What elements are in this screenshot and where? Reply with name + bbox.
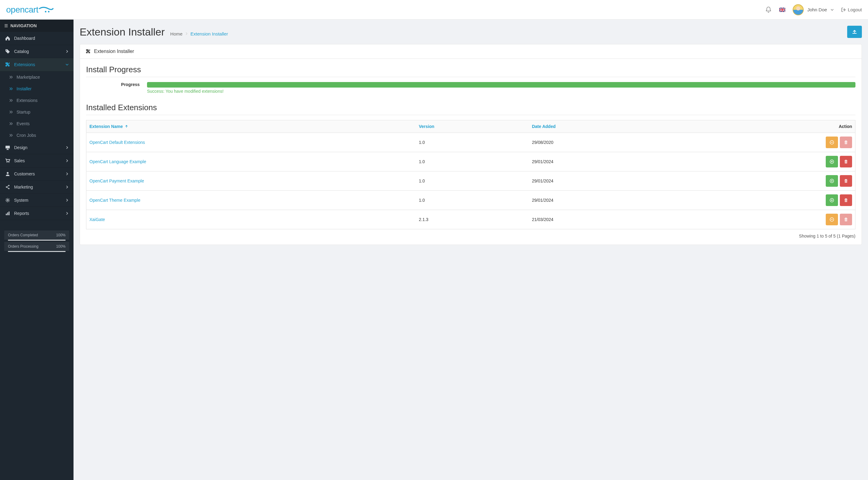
breadcrumb: Home Extension Installer <box>170 31 228 36</box>
double-chevron-icon <box>9 87 13 90</box>
logo-text: opencart <box>6 5 38 15</box>
puzzle-icon <box>86 49 91 54</box>
nav-item-customers[interactable]: Customers <box>0 167 73 181</box>
user-icon <box>5 171 10 177</box>
upload-button[interactable] <box>847 26 862 38</box>
nav-item-dashboard[interactable]: Dashboard <box>0 32 73 45</box>
nav-subitem-events[interactable]: Events <box>0 118 73 129</box>
double-chevron-icon <box>9 134 13 137</box>
cell-version: 1.0 <box>416 171 529 191</box>
install-button[interactable] <box>826 156 838 167</box>
logout-label: Logout <box>848 7 862 12</box>
nav-item-sales[interactable]: Sales <box>0 154 73 167</box>
progress-heading: Install Progress <box>86 65 856 77</box>
progress-label: Progress <box>86 82 140 87</box>
cell-name: XaiGate <box>86 210 416 229</box>
nav-subitem-marketplace[interactable]: Marketplace <box>0 71 73 83</box>
sidebar-stats: Orders Completed100%Orders Processing100… <box>0 226 73 257</box>
logo-cart-icon <box>39 7 54 13</box>
uninstall-button[interactable] <box>826 136 838 148</box>
nav-sublabel: Installer <box>17 86 32 91</box>
page-title: Extension Installer <box>80 26 165 38</box>
plus-circle-icon <box>830 198 834 202</box>
nav-item-system[interactable]: System <box>0 194 73 207</box>
panel-title: Extension Installer <box>94 49 134 54</box>
delete-button[interactable] <box>840 194 852 206</box>
svg-rect-14 <box>6 214 7 215</box>
panel-header: Extension Installer <box>80 44 862 59</box>
cell-version: 1.0 <box>416 191 529 210</box>
nav-subitem-extensions[interactable]: Extensions <box>0 95 73 106</box>
nav-item-reports[interactable]: Reports <box>0 207 73 220</box>
delete-button[interactable] <box>840 175 852 187</box>
avatar <box>793 4 804 15</box>
notifications-button[interactable] <box>765 6 772 13</box>
breadcrumb-home[interactable]: Home <box>170 31 183 36</box>
svg-point-3 <box>6 50 7 51</box>
cell-date: 29/01/2024 <box>529 152 685 171</box>
svg-rect-5 <box>7 149 8 149</box>
nav-subitem-startup[interactable]: Startup <box>0 106 73 118</box>
trash-icon <box>844 179 848 183</box>
upload-icon <box>852 29 857 35</box>
install-button[interactable] <box>826 175 838 187</box>
cell-name: OpenCart Theme Example <box>86 191 416 210</box>
chevron-right-icon <box>66 172 69 175</box>
stat-value: 100% <box>56 233 66 237</box>
nav-item-marketing[interactable]: Marketing <box>0 181 73 194</box>
cell-date: 21/03/2024 <box>529 210 685 229</box>
user-name: John Doe <box>807 7 827 12</box>
extensions-table: Extension Name Version Date Added Action… <box>86 120 856 229</box>
chart-icon <box>5 211 10 216</box>
stat-label: Orders Completed <box>8 233 38 237</box>
install-button[interactable] <box>826 194 838 206</box>
extension-link[interactable]: XaiGate <box>89 217 105 222</box>
svg-point-13 <box>7 200 8 201</box>
table-row: OpenCart Theme Example1.029/01/2024 <box>86 191 856 210</box>
col-name[interactable]: Extension Name <box>86 120 416 133</box>
extension-link[interactable]: OpenCart Theme Example <box>89 198 140 203</box>
cell-action <box>685 210 855 229</box>
nav-item-design[interactable]: Design <box>0 141 73 154</box>
stat-label: Orders Processing <box>8 244 38 249</box>
col-version[interactable]: Version <box>416 120 529 133</box>
cart-icon <box>5 158 10 163</box>
nav-sublabel: Marketplace <box>17 75 40 79</box>
minus-circle-icon <box>830 217 834 222</box>
nav-label: Sales <box>14 158 25 163</box>
breadcrumb-current[interactable]: Extension Installer <box>190 31 228 36</box>
sidebar: NAVIGATION DashboardCatalogExtensionsMar… <box>0 20 73 480</box>
home-icon <box>5 35 10 41</box>
extension-link[interactable]: OpenCart Default Extensions <box>89 140 145 145</box>
header-right: John Doe Logout <box>765 4 862 15</box>
stat-bar <box>8 240 66 241</box>
extension-link[interactable]: OpenCart Language Example <box>89 159 146 164</box>
cell-date: 29/01/2024 <box>529 191 685 210</box>
progress-bar <box>147 82 856 88</box>
chevron-right-icon <box>66 50 69 53</box>
nav-label: Marketing <box>14 185 33 190</box>
extension-link[interactable]: OpenCart Payment Example <box>89 179 144 183</box>
nav-sublabel: Startup <box>17 109 30 115</box>
gear-icon <box>5 197 10 203</box>
nav-subitem-installer[interactable]: Installer <box>0 83 73 95</box>
delete-button[interactable] <box>840 156 852 167</box>
col-date[interactable]: Date Added <box>529 120 685 133</box>
svg-point-9 <box>7 172 8 174</box>
cell-name: OpenCart Language Example <box>86 152 416 171</box>
col-action: Action <box>685 120 855 133</box>
nav-subitem-cron-jobs[interactable]: Cron Jobs <box>0 129 73 141</box>
user-menu[interactable]: John Doe <box>793 4 834 15</box>
cell-name: OpenCart Payment Example <box>86 171 416 191</box>
logo[interactable]: opencart <box>6 5 54 15</box>
nav-item-extensions[interactable]: Extensions <box>0 58 73 71</box>
table-row: OpenCart Language Example1.029/01/2024 <box>86 152 856 171</box>
uninstall-button[interactable] <box>826 214 838 225</box>
nav-item-catalog[interactable]: Catalog <box>0 45 73 58</box>
double-chevron-icon <box>9 110 13 114</box>
logout-link[interactable]: Logout <box>841 7 862 12</box>
language-flag-button[interactable] <box>779 8 785 12</box>
progress-row: Progress Success: You have modified exte… <box>86 82 856 94</box>
nav-sublabel: Cron Jobs <box>17 133 36 138</box>
minus-circle-icon <box>830 140 834 145</box>
